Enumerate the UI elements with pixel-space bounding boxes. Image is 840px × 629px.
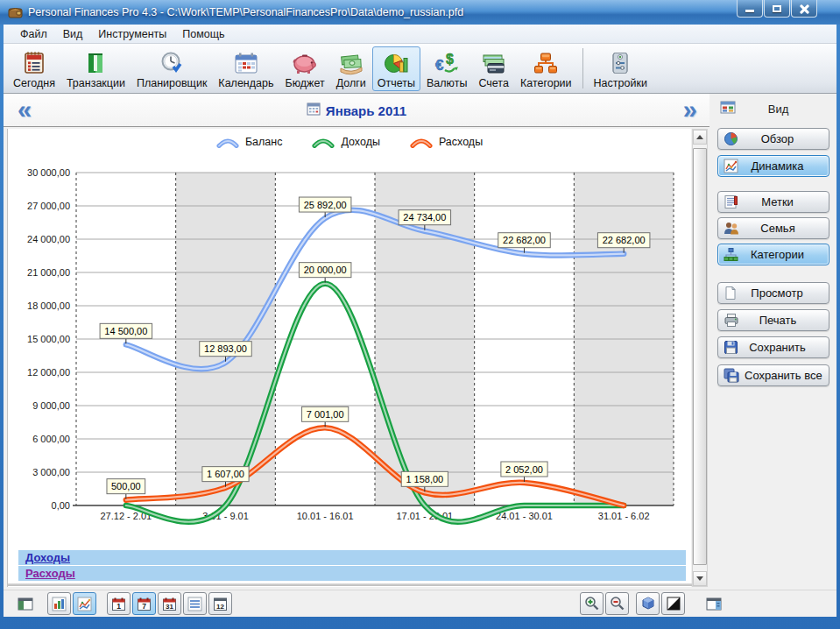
toolbar-button-currencies[interactable]: € $ Валюты bbox=[421, 46, 472, 91]
period-day-button[interactable]: 1 bbox=[107, 592, 131, 615]
reports-icon bbox=[383, 49, 409, 76]
arrow-down-icon bbox=[696, 576, 703, 581]
sidebar-button-family[interactable]: Семья bbox=[717, 217, 829, 239]
transactions-icon bbox=[83, 49, 108, 76]
settings-icon bbox=[608, 49, 632, 76]
scroll-up-button[interactable] bbox=[693, 130, 707, 145]
calendar-day-icon: 1 bbox=[111, 597, 126, 611]
svg-text:14 500,00: 14 500,00 bbox=[104, 326, 147, 336]
save-icon bbox=[724, 340, 738, 355]
line-chart-view-button[interactable] bbox=[73, 592, 96, 615]
zoom-in-button[interactable] bbox=[580, 592, 604, 615]
svg-text:3 000,00: 3 000,00 bbox=[32, 467, 70, 477]
maximize-button[interactable] bbox=[764, 0, 790, 18]
next-period-button[interactable]: » bbox=[683, 94, 697, 125]
calendar-year-icon: 12 bbox=[213, 597, 228, 611]
3d-view-button[interactable] bbox=[636, 592, 660, 615]
categories-tree-icon bbox=[724, 247, 738, 262]
toolbar-button-today[interactable]: Сегодня bbox=[8, 46, 60, 91]
toolbar-button-accounts[interactable]: Счета bbox=[473, 46, 513, 91]
menu-view[interactable]: Вид bbox=[55, 25, 91, 44]
menu-file[interactable]: Файл bbox=[12, 25, 55, 44]
toolbar-label: Настройки bbox=[594, 77, 647, 89]
income-link-row: Доходы bbox=[18, 550, 686, 565]
sidebar-header: Вид bbox=[709, 94, 836, 124]
sidebar-button-dynamics[interactable]: Динамика bbox=[717, 155, 829, 177]
svg-text:18 000,00: 18 000,00 bbox=[27, 300, 70, 311]
period-month-button[interactable]: 31 bbox=[158, 592, 181, 615]
sidebar-button-overview[interactable]: Обзор bbox=[717, 128, 829, 150]
menu-help[interactable]: Помощь bbox=[174, 25, 232, 44]
bar-chart-view-button[interactable] bbox=[47, 592, 71, 615]
svg-text:22 682,00: 22 682,00 bbox=[503, 235, 546, 245]
svg-text:1: 1 bbox=[116, 602, 121, 611]
sidebar-button-label: Сохранить все bbox=[745, 369, 822, 382]
sidebar-button-label: Категории bbox=[744, 248, 811, 261]
svg-text:7 001,00: 7 001,00 bbox=[307, 409, 344, 420]
sidebar-button-labels[interactable]: Метки bbox=[717, 191, 829, 213]
toggle-right-panel-button[interactable] bbox=[702, 593, 725, 614]
minimize-icon bbox=[745, 10, 754, 12]
window-title: Personal Finances Pro 4.3 - C:\Work\TEMP… bbox=[28, 0, 463, 25]
sidebar-button-preview[interactable]: Просмотр bbox=[717, 282, 829, 304]
svg-text:12 893,00: 12 893,00 bbox=[204, 343, 247, 354]
period-nav-strip: « Январь 2011 » bbox=[4, 94, 709, 127]
bottom-toolbar: 1 7 31 bbox=[4, 590, 836, 617]
cube-3d-icon bbox=[640, 596, 656, 611]
toolbar-separator bbox=[582, 48, 583, 88]
sidebar-button-save-all[interactable]: Сохранить все bbox=[717, 364, 829, 386]
zoom-out-button[interactable] bbox=[605, 592, 629, 615]
toolbar-button-reports[interactable]: Отчеты bbox=[372, 46, 420, 91]
close-button[interactable] bbox=[791, 0, 817, 18]
period-list-button[interactable] bbox=[183, 592, 207, 615]
toolbar-button-planner[interactable]: Планировщик bbox=[131, 46, 212, 91]
sidebar-button-label: Просмотр bbox=[743, 286, 811, 300]
toolbar-button-categories[interactable]: Категории bbox=[515, 46, 577, 91]
labels-icon bbox=[724, 194, 738, 209]
toolbar-label: Сегодня bbox=[13, 77, 55, 89]
accounts-icon bbox=[482, 49, 506, 76]
vertical-scrollbar[interactable] bbox=[692, 129, 708, 587]
period-week-button[interactable]: 7 bbox=[132, 592, 156, 615]
minimize-button[interactable] bbox=[737, 0, 763, 18]
print-icon bbox=[724, 313, 739, 328]
svg-text:10.01 - 16.01: 10.01 - 16.01 bbox=[297, 511, 354, 521]
svg-text:31: 31 bbox=[166, 603, 173, 611]
close-icon bbox=[799, 4, 809, 14]
toolbar-button-budget[interactable]: Бюджет bbox=[279, 46, 329, 91]
sidebar-button-label: Метки bbox=[744, 195, 811, 208]
period-year-button[interactable]: 12 bbox=[208, 592, 232, 615]
title-bar: Personal Finances Pro 4.3 - C:\Work\TEMP… bbox=[0, 0, 840, 25]
income-link[interactable]: Доходы bbox=[25, 551, 70, 564]
panel-splitter[interactable] bbox=[8, 583, 692, 586]
sidebar-button-save[interactable]: Сохранить bbox=[717, 336, 829, 358]
family-icon bbox=[724, 221, 739, 236]
period-calendar-icon bbox=[307, 102, 321, 119]
toolbar-button-settings[interactable]: Настройки bbox=[589, 46, 653, 91]
expenses-link[interactable]: Расходы bbox=[25, 567, 75, 580]
scrollbar-thumb[interactable] bbox=[693, 148, 707, 565]
svg-text:24 734,00: 24 734,00 bbox=[403, 212, 446, 223]
svg-text:20 000,00: 20 000,00 bbox=[304, 265, 347, 275]
svg-text:7: 7 bbox=[142, 602, 146, 611]
currencies-icon: € $ bbox=[434, 49, 460, 76]
sidebar-button-categories[interactable]: Категории bbox=[717, 244, 829, 265]
toolbar-button-calendar[interactable]: Календарь bbox=[213, 46, 279, 91]
svg-text:31.01 - 6.02: 31.01 - 6.02 bbox=[598, 511, 650, 521]
contrast-button[interactable] bbox=[661, 592, 685, 615]
menu-tools[interactable]: Инструменты bbox=[90, 25, 174, 44]
arrow-up-icon bbox=[696, 135, 703, 139]
svg-text:25 892,00: 25 892,00 bbox=[304, 200, 347, 210]
svg-text:€: € bbox=[435, 57, 444, 74]
toolbar-button-debts[interactable]: Долги bbox=[331, 46, 371, 91]
sidebar-button-label: Сохранить bbox=[744, 341, 811, 354]
sidebar-button-print[interactable]: Печать bbox=[717, 309, 829, 331]
toolbar-label: Отчеты bbox=[378, 77, 415, 89]
toggle-left-panel-button[interactable] bbox=[14, 593, 37, 614]
toolbar-button-transactions[interactable]: Транзакции bbox=[61, 46, 131, 91]
svg-text:6 000,00: 6 000,00 bbox=[32, 434, 70, 444]
chart-panel: Баланс Доходы Расходы 0,003 000,006 000,… bbox=[7, 129, 691, 587]
sidebar-title: Вид bbox=[736, 102, 821, 116]
sidebar-button-label: Обзор bbox=[744, 132, 811, 145]
scroll-down-button[interactable] bbox=[693, 571, 707, 586]
